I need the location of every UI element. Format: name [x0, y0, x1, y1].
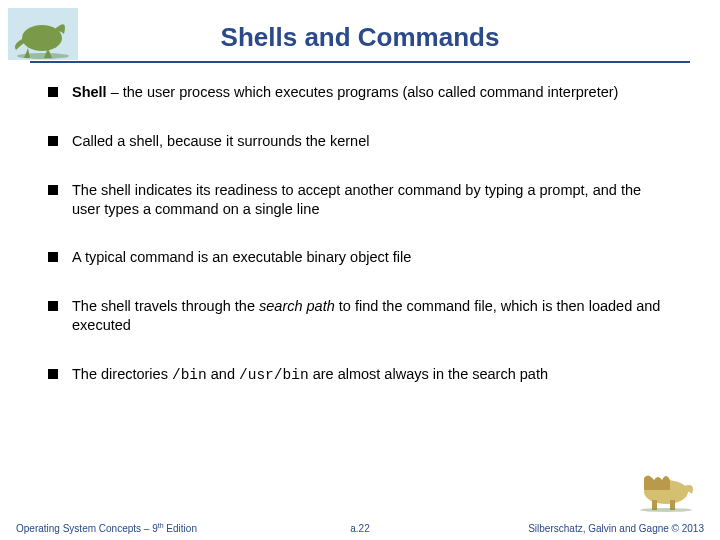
bullet-square-icon [48, 136, 58, 146]
bullet-list: Shell – the user process which executes … [0, 63, 720, 385]
bullet-square-icon [48, 252, 58, 262]
dinosaur-left-image [8, 8, 78, 60]
svg-point-6 [640, 508, 692, 512]
bullet-text: A typical command is an executable binar… [72, 248, 672, 267]
footer-left-text: Operating System Concepts – 9th Edition [16, 522, 197, 534]
bullet-text: The shell travels through the search pat… [72, 297, 672, 335]
bullet-text: The shell indicates its readiness to acc… [72, 181, 672, 219]
list-item: A typical command is an executable binar… [48, 248, 672, 267]
list-item: The shell indicates its readiness to acc… [48, 181, 672, 219]
bullet-square-icon [48, 301, 58, 311]
bullet-text: Shell – the user process which executes … [72, 83, 672, 102]
list-item: Called a shell, because it surrounds the… [48, 132, 672, 151]
bullet-text: The directories /bin and /usr/bin are al… [72, 365, 672, 385]
bullet-square-icon [48, 369, 58, 379]
bullet-square-icon [48, 185, 58, 195]
footer-page-number: a.22 [350, 523, 369, 534]
dinosaur-right-image [634, 466, 706, 512]
slide-title: Shells and Commands [0, 0, 720, 61]
list-item: Shell – the user process which executes … [48, 83, 672, 102]
svg-point-2 [17, 53, 69, 59]
footer-right-text: Silberschatz, Galvin and Gagne © 2013 [528, 523, 704, 534]
bullet-square-icon [48, 87, 58, 97]
list-item: The shell travels through the search pat… [48, 297, 672, 335]
list-item: The directories /bin and /usr/bin are al… [48, 365, 672, 385]
bullet-text: Called a shell, because it surrounds the… [72, 132, 672, 151]
